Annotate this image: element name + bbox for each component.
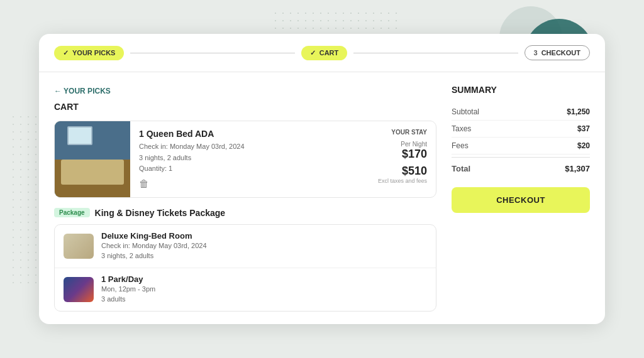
cart-item-checkin: Check in: Monday May 03rd, 2024 (139, 141, 345, 153)
subtotal-value: $1,250 (567, 107, 590, 116)
check-icon: ✓ (63, 49, 69, 57)
package-item-room-info: Deluxe King-Bed Room Check in: Monday Ma… (101, 231, 427, 261)
package-item-room-line1: Check in: Monday May 03rd, 2024 (101, 241, 427, 251)
delete-icon[interactable]: 🗑 (139, 178, 345, 190)
step-checkout-number: 3 (534, 49, 538, 57)
cart-section-title: CART (54, 102, 436, 112)
back-link[interactable]: ← YOUR PICKS (54, 87, 111, 95)
package-item-park: 1 Park/Day Mon, 12pm - 3pm 3 adults (55, 268, 436, 311)
step-checkout-label: CHECKOUT (541, 49, 580, 57)
bed-frame (61, 160, 124, 185)
main-card: ✓ YOUR PICKS ✓ CART 3 CHECKOUT ← YOUR PI… (39, 34, 605, 324)
step-line-2 (353, 53, 518, 53)
summary-total-row: Total $1,307 (452, 157, 590, 177)
step-line-1 (130, 53, 294, 53)
package-item-park-name: 1 Park/Day (101, 274, 427, 284)
package-item-park-line1: Mon, 12pm - 3pm (101, 284, 427, 295)
package-badge: Package (54, 208, 90, 217)
step-checkout[interactable]: 3 CHECKOUT (525, 45, 590, 60)
step-your-picks[interactable]: ✓ YOUR PICKS (54, 46, 124, 60)
excl-label: Excl taxes and fees (378, 178, 427, 184)
park-img (64, 277, 94, 302)
package-item-park-line2: 3 adults (101, 294, 427, 305)
fees-value: $20 (577, 141, 590, 150)
package-section: Package King & Disney Tickets Package De… (54, 208, 436, 312)
summary-title: SUMMARY (452, 85, 590, 95)
right-panel: SUMMARY Subtotal $1,250 Taxes $37 Fees $… (452, 85, 590, 312)
package-item-room-name: Deluxe King-Bed Room (101, 231, 427, 241)
cart-item-pricing: YOUR STAY Per Night $170 $510 Excl taxes… (354, 121, 436, 197)
cart-item-quantity: Quantity: 1 (139, 163, 345, 175)
steps-bar: ✓ YOUR PICKS ✓ CART 3 CHECKOUT (39, 34, 605, 72)
package-item-park-img (64, 277, 94, 302)
per-night-label: Per Night (401, 141, 427, 148)
taxes-label: Taxes (452, 124, 471, 133)
taxes-value: $37 (577, 124, 590, 133)
total-value: $1,307 (565, 164, 590, 173)
package-item-room-img (64, 234, 94, 259)
package-header: Package King & Disney Tickets Package (54, 208, 436, 218)
fees-label: Fees (452, 141, 469, 150)
total-label: Total (452, 164, 470, 173)
cart-item-card: 1 Queen Bed ADA Check in: Monday May 03r… (54, 121, 436, 198)
room-img (64, 234, 94, 259)
cart-item-body: 1 Queen Bed ADA Check in: Monday May 03r… (130, 121, 354, 197)
package-item-room: Deluxe King-Bed Room Check in: Monday Ma… (55, 225, 436, 268)
step-cart-label: CART (319, 49, 339, 57)
content-area: ← YOUR PICKS CART 1 Queen Bed ADA Che (39, 72, 605, 324)
step-your-picks-label: YOUR PICKS (72, 49, 115, 57)
per-night-price: $170 (402, 148, 427, 161)
package-title: King & Disney Tickets Package (95, 208, 226, 218)
left-panel: ← YOUR PICKS CART 1 Queen Bed ADA Che (54, 85, 436, 312)
back-link-label: ← YOUR PICKS (54, 87, 111, 95)
cart-item-image (55, 121, 130, 197)
subtotal-label: Subtotal (452, 107, 479, 116)
summary-fees-row: Fees $20 (452, 138, 590, 155)
cart-total-price: $510 (402, 165, 427, 178)
wall (55, 121, 130, 163)
window (67, 126, 92, 145)
checkout-button[interactable]: CHECKOUT (452, 187, 590, 213)
package-item-room-line2: 3 nights, 2 adults (101, 251, 427, 261)
package-card: Deluxe King-Bed Room Check in: Monday Ma… (54, 224, 436, 312)
bed-visual (55, 121, 130, 197)
check-icon-2: ✓ (310, 49, 316, 57)
cart-item-guests: 3 nights, 2 adults (139, 153, 345, 164)
summary-taxes-row: Taxes $37 (452, 121, 590, 138)
summary-subtotal-row: Subtotal $1,250 (452, 104, 590, 121)
your-stay-label: YOUR STAY (391, 129, 427, 136)
package-item-park-info: 1 Park/Day Mon, 12pm - 3pm 3 adults (101, 274, 427, 305)
step-cart[interactable]: ✓ CART (301, 46, 348, 60)
cart-item-name: 1 Queen Bed ADA (139, 129, 345, 139)
